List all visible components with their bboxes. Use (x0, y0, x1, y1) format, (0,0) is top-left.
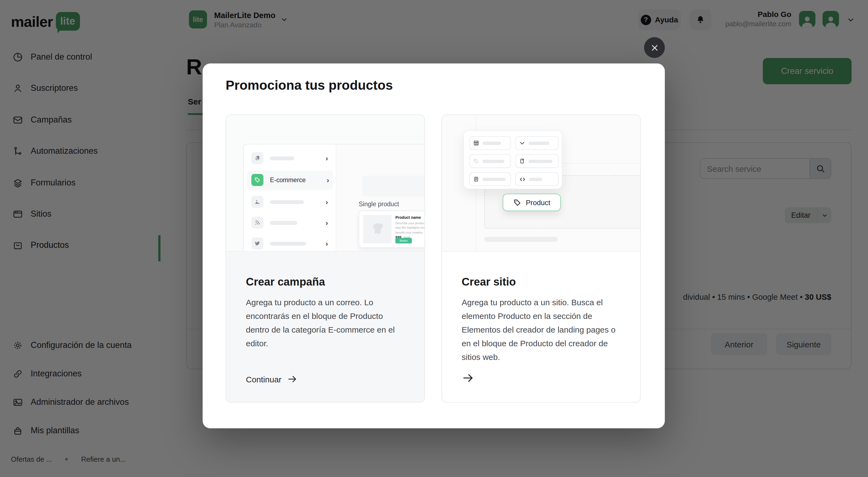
blocks-icon (251, 152, 264, 164)
element-tile (469, 172, 511, 186)
site-card-heading: Crear sitio (462, 276, 620, 288)
close-icon (650, 43, 658, 52)
mini-product-desc: Describe your product in way the highlig… (395, 221, 425, 235)
elements-popup (463, 130, 562, 189)
chevron-right-icon: › (326, 218, 328, 227)
table-icon (473, 140, 479, 146)
screen: mailer lite Panel de control Suscriptore… (0, 0, 868, 477)
mini-menu-row: › (248, 214, 331, 231)
site-card-body: Agrega tu producto a un sitio. Busca el … (462, 296, 620, 364)
create-site-card[interactable]: Product Crear sitio Agrega tu producto a… (441, 114, 641, 403)
image-icon (251, 196, 264, 208)
promote-products-modal: Promociona tus productos › E-commerce (203, 63, 665, 428)
site-illustration: Product (442, 115, 640, 252)
chevron-right-icon: › (327, 176, 329, 184)
modal-title: Promociona tus productos (226, 78, 393, 93)
continue-link[interactable]: Continuar (246, 374, 298, 384)
element-tile (469, 154, 511, 168)
chevron-right-icon: › (326, 239, 328, 247)
create-site-arrow-link[interactable] (462, 371, 475, 384)
chevron-right-icon: › (326, 198, 328, 206)
element-tile (515, 154, 559, 168)
mini-product-name: Product name (395, 215, 421, 219)
arrow-right-icon (287, 374, 298, 384)
mini-menu-row-ecommerce: E-commerce › (247, 171, 333, 189)
document-icon (473, 176, 479, 182)
mini-buy-button: Button (395, 238, 412, 243)
single-product-label: Single product (359, 201, 399, 207)
campaign-illustration: › E-commerce › › (226, 115, 425, 252)
phone-export-icon (519, 158, 525, 164)
rss-icon (251, 217, 264, 229)
campaign-card-body: Agrega tu producto a un correo. Lo encon… (246, 296, 405, 350)
element-tile (469, 136, 511, 150)
mini-menu-row: › (248, 150, 331, 166)
tshirt-icon (368, 220, 387, 238)
mini-editor-menu: › E-commerce › › (244, 144, 336, 252)
tag-icon (513, 198, 521, 206)
mini-content-placeholder (363, 176, 425, 196)
tshirt-image (363, 215, 392, 243)
mini-editor-window: › E-commerce › › (243, 144, 425, 252)
tag-icon (251, 174, 264, 186)
chevron-right-icon: › (326, 154, 328, 162)
close-button[interactable] (644, 37, 665, 58)
code-icon (519, 176, 526, 182)
element-tile (515, 172, 559, 186)
canvas-header-line (562, 163, 640, 164)
create-campaign-card[interactable]: › E-commerce › › (226, 114, 425, 403)
text-placeholder-bar (484, 237, 557, 242)
chevron-down-icon (519, 140, 525, 146)
product-element-pill: Product (503, 194, 561, 211)
twitter-icon (251, 237, 264, 249)
campaign-card-heading: Crear campaña (246, 276, 405, 288)
mini-product-card: Product name Describe your product in wa… (359, 211, 425, 248)
element-tile (515, 136, 559, 150)
mini-menu-row: › (248, 194, 331, 210)
arrow-right-icon (462, 371, 475, 384)
tag-icon (473, 158, 479, 164)
mini-menu-row: › (248, 235, 331, 252)
